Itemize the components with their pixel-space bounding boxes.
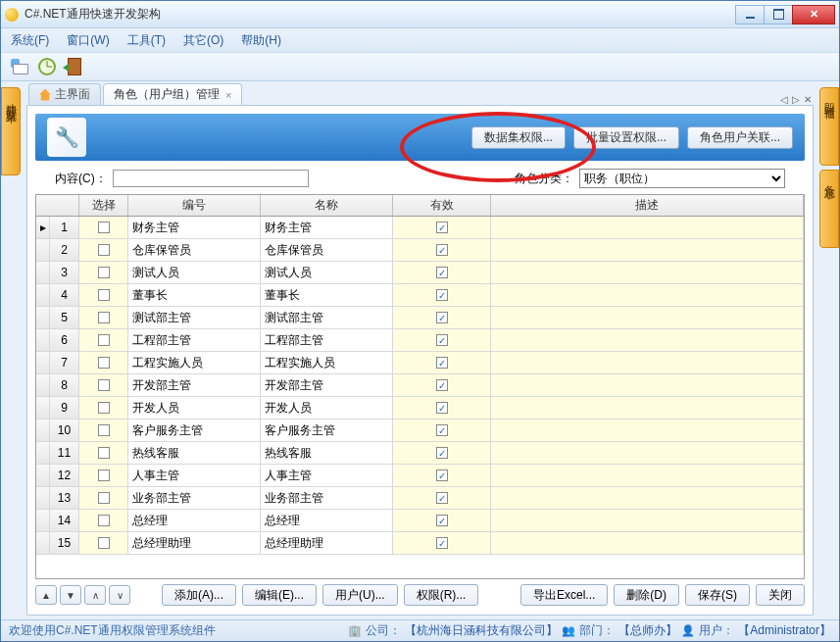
permission-button[interactable]: 权限(R)... (404, 584, 479, 606)
select-cell[interactable] (79, 532, 128, 554)
right-tab-memo[interactable]: 备忘录 (819, 170, 839, 248)
checkbox-checked-icon[interactable]: ✓ (436, 357, 448, 369)
export-excel-button[interactable]: 导出Excel... (520, 584, 608, 606)
company-link[interactable]: 【杭州海日涵科技有限公司】 (405, 622, 558, 639)
menu-other[interactable]: 其它(O) (183, 32, 223, 49)
delete-button[interactable]: 删除(D) (614, 584, 679, 606)
grid-body[interactable]: ▸1财务主管财务主管✓2仓库保管员仓库保管员✓3测试人员测试人员✓4董事长董事长… (36, 217, 804, 578)
select-cell[interactable] (79, 397, 128, 419)
col-valid[interactable]: 有效 (393, 195, 491, 216)
checkbox-checked-icon[interactable]: ✓ (436, 447, 448, 459)
tab-home[interactable]: 主界面 (28, 83, 101, 105)
select-cell[interactable] (79, 284, 128, 306)
close-button[interactable] (792, 5, 835, 25)
table-row[interactable]: 8开发部主管开发部主管✓ (36, 374, 804, 397)
valid-cell[interactable]: ✓ (393, 442, 491, 464)
checkbox-icon[interactable] (98, 222, 110, 233)
table-row[interactable]: 12人事主管人事主管✓ (36, 465, 804, 487)
col-desc[interactable]: 描述 (491, 195, 804, 216)
col-code[interactable]: 编号 (128, 195, 261, 216)
checkbox-checked-icon[interactable]: ✓ (436, 469, 448, 481)
checkbox-checked-icon[interactable]: ✓ (436, 424, 448, 436)
checkbox-icon[interactable] (98, 379, 110, 391)
checkbox-icon[interactable] (98, 244, 110, 256)
select-cell[interactable] (79, 442, 128, 464)
table-row[interactable]: 10客户服务主管客户服务主管✓ (36, 420, 804, 442)
table-row[interactable]: 6工程部主管工程部主管✓ (36, 329, 804, 352)
table-row[interactable]: 14总经理总经理✓ (36, 510, 804, 532)
checkbox-checked-icon[interactable]: ✓ (436, 222, 448, 233)
table-row[interactable]: 5测试部主管测试部主管✓ (36, 307, 804, 329)
tab-prev-icon[interactable]: ◁ (780, 94, 788, 105)
checkbox-icon[interactable] (98, 267, 110, 278)
select-cell[interactable] (79, 487, 128, 509)
checkbox-checked-icon[interactable]: ✓ (436, 515, 448, 526)
select-cell[interactable] (79, 420, 128, 441)
content-input[interactable] (113, 170, 309, 187)
minimize-button[interactable] (735, 5, 765, 25)
checkbox-checked-icon[interactable]: ✓ (436, 492, 448, 504)
valid-cell[interactable]: ✓ (393, 374, 491, 396)
left-sidebar-tab[interactable]: 功能导航菜单 (1, 87, 21, 175)
tab-close-all-icon[interactable]: ✕ (804, 94, 812, 105)
valid-cell[interactable]: ✓ (393, 307, 491, 328)
checkbox-icon[interactable] (98, 515, 110, 526)
select-cell[interactable] (79, 374, 128, 396)
valid-cell[interactable]: ✓ (393, 217, 491, 238)
valid-cell[interactable]: ✓ (393, 420, 491, 441)
dept-link[interactable]: 【总师办】 (618, 622, 677, 639)
first-button[interactable]: ▲ (35, 585, 57, 605)
valid-cell[interactable]: ✓ (393, 329, 491, 351)
select-cell[interactable] (79, 217, 128, 238)
checkbox-checked-icon[interactable]: ✓ (436, 402, 448, 414)
select-cell[interactable] (79, 352, 128, 373)
col-name[interactable]: 名称 (261, 195, 393, 216)
col-select[interactable]: 选择 (79, 195, 128, 216)
table-row[interactable]: 11热线客服热线客服✓ (36, 442, 804, 465)
checkbox-icon[interactable] (98, 289, 110, 301)
tab-role-management[interactable]: 角色（用户组）管理 × (103, 83, 242, 105)
table-row[interactable]: 13业务部主管业务部主管✓ (36, 487, 804, 510)
checkbox-checked-icon[interactable]: ✓ (436, 289, 448, 301)
tab-close-icon[interactable]: × (225, 89, 231, 101)
table-row[interactable]: ▸1财务主管财务主管✓ (36, 217, 804, 239)
checkbox-icon[interactable] (98, 447, 110, 459)
valid-cell[interactable]: ✓ (393, 262, 491, 283)
select-cell[interactable] (79, 262, 128, 283)
batch-permission-button[interactable]: 批量设置权限... (573, 126, 679, 149)
user-button[interactable]: 用户(U)... (322, 584, 398, 606)
valid-cell[interactable]: ✓ (393, 487, 491, 509)
checkbox-icon[interactable] (98, 424, 110, 436)
menu-help[interactable]: 帮助(H) (241, 32, 281, 49)
add-button[interactable]: 添加(A)... (162, 584, 236, 606)
dataset-permission-button[interactable]: 数据集权限... (471, 126, 566, 149)
exit-icon[interactable] (64, 56, 85, 77)
menu-window[interactable]: 窗口(W) (67, 32, 109, 49)
right-tab-im[interactable]: 即时通信 (819, 87, 839, 166)
valid-cell[interactable]: ✓ (393, 397, 491, 419)
role-user-link-button[interactable]: 角色用户关联... (687, 126, 793, 149)
checkbox-checked-icon[interactable]: ✓ (436, 267, 448, 278)
select-cell[interactable] (79, 465, 128, 486)
checkbox-checked-icon[interactable]: ✓ (436, 244, 448, 256)
menu-tool[interactable]: 工具(T) (127, 32, 166, 49)
category-select[interactable]: 职务（职位） (579, 169, 785, 188)
close-panel-button[interactable]: 关闭 (756, 584, 805, 606)
checkbox-icon[interactable] (98, 492, 110, 504)
valid-cell[interactable]: ✓ (393, 284, 491, 306)
valid-cell[interactable]: ✓ (393, 465, 491, 486)
checkbox-checked-icon[interactable]: ✓ (436, 312, 448, 323)
valid-cell[interactable]: ✓ (393, 352, 491, 373)
select-cell[interactable] (79, 329, 128, 351)
last-button[interactable]: ▼ (60, 585, 81, 605)
table-row[interactable]: 4董事长董事长✓ (36, 284, 804, 307)
tab-next-icon[interactable]: ▷ (792, 94, 800, 105)
checkbox-checked-icon[interactable]: ✓ (436, 379, 448, 391)
checkbox-icon[interactable] (98, 469, 110, 481)
menu-system[interactable]: 系统(F) (11, 32, 49, 49)
select-cell[interactable] (79, 307, 128, 328)
maximize-button[interactable] (764, 5, 793, 25)
checkbox-checked-icon[interactable]: ✓ (436, 537, 448, 549)
table-row[interactable]: 2仓库保管员仓库保管员✓ (36, 239, 804, 262)
prev-button[interactable]: ∧ (84, 585, 106, 605)
